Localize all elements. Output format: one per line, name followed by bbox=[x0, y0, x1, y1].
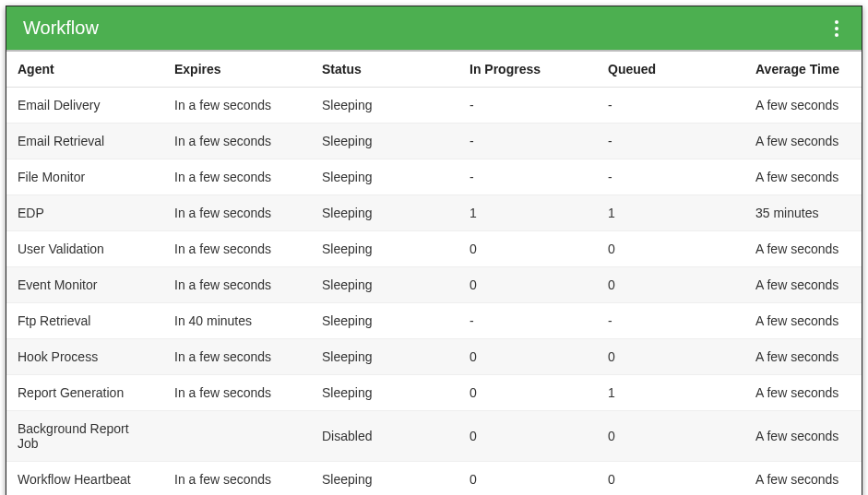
cell-queued: 1 bbox=[597, 375, 744, 411]
cell-average-time: A few seconds bbox=[744, 375, 862, 411]
cell-expires: In a few seconds bbox=[163, 462, 311, 496]
cell-expires: In 40 minutes bbox=[163, 303, 311, 339]
cell-queued: 0 bbox=[597, 267, 744, 303]
table-body: Email DeliveryIn a few secondsSleeping--… bbox=[6, 88, 862, 496]
cell-in-progress: 0 bbox=[458, 267, 597, 303]
cell-agent: Ftp Retrieval bbox=[6, 303, 163, 339]
cell-queued: 1 bbox=[597, 195, 744, 231]
cell-in-progress: 0 bbox=[458, 339, 597, 375]
cell-in-progress: - bbox=[458, 159, 597, 195]
cell-status: Sleeping bbox=[311, 231, 458, 267]
cell-expires: In a few seconds bbox=[163, 231, 311, 267]
table-row[interactable]: Email RetrievalIn a few secondsSleeping-… bbox=[6, 124, 862, 159]
cell-in-progress: 0 bbox=[458, 462, 597, 496]
cell-expires: In a few seconds bbox=[163, 88, 311, 124]
cell-expires: In a few seconds bbox=[163, 124, 311, 159]
cell-status: Sleeping bbox=[311, 462, 458, 496]
cell-queued: 0 bbox=[597, 411, 744, 462]
table-row[interactable]: Event MonitorIn a few secondsSleeping00A… bbox=[6, 267, 862, 303]
cell-average-time: 35 minutes bbox=[744, 195, 862, 231]
cell-in-progress: 0 bbox=[458, 375, 597, 411]
cell-average-time: A few seconds bbox=[744, 231, 862, 267]
cell-expires: In a few seconds bbox=[163, 195, 311, 231]
cell-queued: - bbox=[597, 303, 744, 339]
cell-agent: Email Retrieval bbox=[6, 124, 163, 159]
cell-expires: In a few seconds bbox=[163, 339, 311, 375]
col-header-in-progress[interactable]: In Progress bbox=[458, 52, 597, 88]
cell-in-progress: 0 bbox=[458, 411, 597, 462]
cell-queued: - bbox=[597, 124, 744, 159]
col-header-expires[interactable]: Expires bbox=[163, 52, 311, 88]
cell-queued: - bbox=[597, 159, 744, 195]
table-row[interactable]: Report GenerationIn a few secondsSleepin… bbox=[6, 375, 862, 411]
table-row[interactable]: Background Report JobDisabled00A few sec… bbox=[6, 411, 862, 462]
cell-average-time: A few seconds bbox=[744, 124, 862, 159]
cell-status: Sleeping bbox=[311, 339, 458, 375]
cell-average-time: A few seconds bbox=[744, 462, 862, 496]
cell-average-time: A few seconds bbox=[744, 411, 862, 462]
cell-average-time: A few seconds bbox=[744, 267, 862, 303]
cell-expires: In a few seconds bbox=[163, 267, 311, 303]
cell-in-progress: 0 bbox=[458, 231, 597, 267]
cell-agent: Event Monitor bbox=[6, 267, 163, 303]
cell-expires: In a few seconds bbox=[163, 375, 311, 411]
workflow-table: Agent Expires Status In Progress Queued … bbox=[6, 52, 862, 495]
panel-title: Workflow bbox=[23, 18, 99, 39]
cell-status: Sleeping bbox=[311, 267, 458, 303]
cell-status: Sleeping bbox=[311, 88, 458, 124]
cell-average-time: A few seconds bbox=[744, 339, 862, 375]
cell-queued: 0 bbox=[597, 462, 744, 496]
col-header-queued[interactable]: Queued bbox=[597, 52, 744, 88]
col-header-average-time[interactable]: Average Time bbox=[744, 52, 862, 88]
cell-status: Sleeping bbox=[311, 303, 458, 339]
cell-agent: Email Delivery bbox=[6, 88, 163, 124]
panel-header: Workflow bbox=[6, 6, 862, 52]
cell-agent: Hook Process bbox=[6, 339, 163, 375]
col-header-agent[interactable]: Agent bbox=[6, 52, 163, 88]
cell-expires: In a few seconds bbox=[163, 159, 311, 195]
cell-average-time: A few seconds bbox=[744, 303, 862, 339]
table-row[interactable]: Email DeliveryIn a few secondsSleeping--… bbox=[6, 88, 862, 124]
cell-average-time: A few seconds bbox=[744, 159, 862, 195]
cell-status: Sleeping bbox=[311, 159, 458, 195]
cell-in-progress: - bbox=[458, 124, 597, 159]
workflow-panel: Workflow Agent Expires Status In Progres… bbox=[6, 6, 862, 495]
table-header-row: Agent Expires Status In Progress Queued … bbox=[6, 52, 862, 88]
cell-expires bbox=[163, 411, 311, 462]
table-row[interactable]: EDPIn a few secondsSleeping1135 minutes bbox=[6, 195, 862, 231]
cell-agent: File Monitor bbox=[6, 159, 163, 195]
cell-status: Sleeping bbox=[311, 195, 458, 231]
cell-agent: Workflow Heartbeat bbox=[6, 462, 163, 496]
cell-queued: 0 bbox=[597, 339, 744, 375]
cell-agent: Background Report Job bbox=[6, 411, 163, 462]
more-vert-icon[interactable] bbox=[828, 19, 845, 38]
cell-agent: User Validation bbox=[6, 231, 163, 267]
table-row[interactable]: Ftp RetrievalIn 40 minutesSleeping--A fe… bbox=[6, 303, 862, 339]
table-row[interactable]: Workflow HeartbeatIn a few secondsSleepi… bbox=[6, 462, 862, 496]
cell-in-progress: - bbox=[458, 303, 597, 339]
cell-average-time: A few seconds bbox=[744, 88, 862, 124]
cell-in-progress: 1 bbox=[458, 195, 597, 231]
table-row[interactable]: File MonitorIn a few secondsSleeping--A … bbox=[6, 159, 862, 195]
cell-agent: EDP bbox=[6, 195, 163, 231]
table-row[interactable]: User ValidationIn a few secondsSleeping0… bbox=[6, 231, 862, 267]
cell-queued: - bbox=[597, 88, 744, 124]
cell-status: Sleeping bbox=[311, 375, 458, 411]
col-header-status[interactable]: Status bbox=[311, 52, 458, 88]
cell-in-progress: - bbox=[458, 88, 597, 124]
cell-status: Sleeping bbox=[311, 124, 458, 159]
cell-queued: 0 bbox=[597, 231, 744, 267]
cell-status: Disabled bbox=[311, 411, 458, 462]
table-row[interactable]: Hook ProcessIn a few secondsSleeping00A … bbox=[6, 339, 862, 375]
cell-agent: Report Generation bbox=[6, 375, 163, 411]
